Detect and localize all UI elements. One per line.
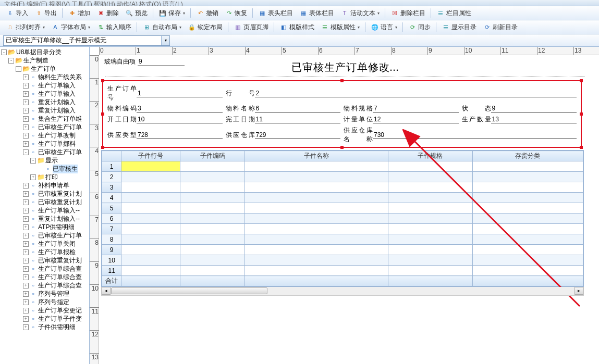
scroll-thumb[interactable] bbox=[111, 287, 267, 294]
header-field[interactable]: 生产数量13 bbox=[462, 115, 577, 124]
tree-item[interactable]: +▫已审核生产订单 bbox=[0, 123, 89, 131]
export-button[interactable]: ⇧导出 bbox=[32, 8, 59, 19]
grid-cell[interactable] bbox=[472, 266, 583, 276]
header-field[interactable]: 供应仓库729 bbox=[226, 126, 341, 144]
body-grid[interactable]: 子件行号子件编码子件名称子件规格存货分类1234567891011合计 bbox=[101, 150, 584, 287]
language-button[interactable]: 🌐语言▾ bbox=[368, 22, 400, 33]
tree-item[interactable]: +▫生产订单子件变 bbox=[0, 315, 89, 323]
tree-item[interactable]: +▫生产订单挪料 bbox=[0, 140, 89, 148]
tree-item[interactable]: +▫生产订单输入 bbox=[0, 81, 89, 90]
field-value[interactable]: 11 bbox=[255, 116, 341, 123]
grid-cell[interactable] bbox=[121, 214, 180, 224]
template-combo-input[interactable] bbox=[4, 37, 161, 44]
field-value[interactable]: 2 bbox=[255, 90, 577, 97]
tree-item[interactable]: +▫序列号管理 bbox=[0, 290, 89, 298]
grid-cell[interactable] bbox=[388, 193, 472, 203]
tree-item[interactable]: +▫生产订单综合查 bbox=[0, 281, 89, 290]
grid-cell[interactable] bbox=[121, 203, 180, 214]
grid-cell[interactable] bbox=[245, 255, 388, 266]
field-value[interactable]: 12 bbox=[373, 116, 459, 123]
header-field[interactable]: 状态9 bbox=[462, 104, 577, 113]
active-text-button[interactable]: T活动文本▾ bbox=[338, 8, 382, 19]
grid-cell[interactable] bbox=[388, 172, 472, 182]
grid-cell[interactable] bbox=[388, 161, 472, 172]
grid-cell[interactable] bbox=[245, 193, 388, 203]
template-combo[interactable]: ▾ bbox=[3, 35, 170, 46]
refresh-catalog-button[interactable]: ⟳刷新目录 bbox=[480, 22, 520, 33]
row-header[interactable]: 7 bbox=[102, 224, 121, 234]
row-header[interactable]: 2 bbox=[102, 172, 121, 182]
tree-item[interactable]: +▫生产订单输入-- bbox=[0, 206, 89, 215]
grid-cell[interactable] bbox=[388, 224, 472, 234]
col-header[interactable]: 存货分类 bbox=[472, 151, 583, 161]
row-header[interactable]: 10 bbox=[102, 255, 121, 266]
grid-cell[interactable] bbox=[180, 224, 245, 234]
field-value[interactable]: 728 bbox=[137, 131, 223, 139]
auto-layout-button[interactable]: ⊞自动布局▾ bbox=[140, 22, 184, 33]
menu-bar[interactable]: 文件(F) 编辑(E) 视图(V) 工具(T) 帮助(H) 动作(A) 格式(O… bbox=[0, 0, 599, 6]
preview-button[interactable]: 🔍预览 bbox=[123, 8, 150, 19]
grid-cell[interactable] bbox=[388, 203, 472, 214]
field-value[interactable]: 3 bbox=[137, 105, 223, 112]
grid-cell[interactable] bbox=[121, 172, 180, 182]
tree-item[interactable]: +▫物料生产线关系 bbox=[0, 73, 89, 81]
header-field[interactable]: 物料规格7 bbox=[344, 104, 459, 113]
grid-cell[interactable] bbox=[245, 172, 388, 182]
col-header[interactable]: 子件规格 bbox=[388, 151, 472, 161]
page-hf-button[interactable]: ▥页眉页脚 bbox=[231, 22, 271, 33]
tree-item[interactable]: -📂生产制造 bbox=[0, 56, 89, 65]
catalog-tree[interactable]: -📂U8单据目录分类-📂生产制造-📂生产订单+▫物料生产线关系+▫生产订单输入+… bbox=[0, 47, 89, 332]
tree-item[interactable]: +▫补料申请单 bbox=[0, 181, 89, 190]
body-cols-button[interactable]: ▦表体栏目 bbox=[297, 8, 337, 19]
col-header[interactable]: 子件名称 bbox=[245, 151, 388, 161]
font-layout-button[interactable]: A字体布局▾ bbox=[48, 22, 93, 33]
tree-item[interactable]: +▫生产订单综合查 bbox=[0, 273, 89, 281]
grid-cell[interactable] bbox=[472, 161, 583, 172]
tree-item[interactable]: +▫子件供需明细 bbox=[0, 323, 89, 331]
header-fields-selection[interactable]: 生产订单号1行号2物料编码3物料名称6物料规格7状态9开工日期10完工日期11计… bbox=[102, 80, 582, 148]
field-value[interactable]: 7 bbox=[373, 105, 459, 112]
tree-item[interactable]: +▫重复计划输入 bbox=[0, 106, 89, 115]
header-field[interactable]: 物料名称6 bbox=[226, 104, 341, 113]
input-order-button[interactable]: ⇅输入顺序 bbox=[94, 22, 134, 33]
field-value[interactable]: 730 bbox=[373, 131, 577, 139]
grid-cell[interactable] bbox=[388, 266, 472, 276]
row-header[interactable]: 4 bbox=[102, 193, 121, 203]
header-field[interactable]: 生产订单号1 bbox=[107, 84, 223, 102]
grid-cell[interactable] bbox=[472, 182, 583, 193]
header-field[interactable]: 供应仓库名称730 bbox=[344, 126, 577, 144]
grid-cell[interactable] bbox=[180, 214, 245, 224]
import-button[interactable]: ⇩导入 bbox=[3, 8, 31, 19]
grid-cell[interactable] bbox=[245, 266, 388, 276]
align-arrange-button[interactable]: ⎍排列对齐▾ bbox=[3, 22, 47, 33]
row-header[interactable]: 3 bbox=[102, 182, 121, 193]
tree-item[interactable]: ▫已审核生 bbox=[0, 165, 89, 173]
field-value[interactable]: 6 bbox=[255, 105, 341, 112]
grid-cell[interactable] bbox=[388, 245, 472, 255]
row-header[interactable]: 9 bbox=[102, 245, 121, 255]
sync-button[interactable]: ⟳同步 bbox=[406, 22, 433, 33]
design-page[interactable]: 玻璃自由项 9 已审核生产订单修改... 生产订单号1行号2物料编码3物料名称6… bbox=[100, 56, 590, 296]
del-col-button[interactable]: ☒删除栏目 bbox=[388, 8, 428, 19]
show-catalog-button[interactable]: ☰显示目录 bbox=[439, 22, 479, 33]
tree-item[interactable]: -📁显示 bbox=[0, 156, 89, 165]
grid-cell[interactable] bbox=[180, 161, 245, 172]
grid-cell[interactable] bbox=[472, 193, 583, 203]
save-button[interactable]: 💾保存▾ bbox=[156, 8, 188, 19]
header-field[interactable]: 完工日期11 bbox=[226, 115, 341, 124]
free-field[interactable]: 玻璃自由项 9 bbox=[104, 57, 185, 66]
grid-cell[interactable] bbox=[472, 255, 583, 266]
grid-cell[interactable] bbox=[472, 172, 583, 182]
lock-layout-button[interactable]: 🔒锁定布局 bbox=[185, 22, 225, 33]
grid-cell[interactable] bbox=[121, 182, 180, 193]
grid-cell[interactable] bbox=[121, 161, 180, 172]
row-header[interactable]: 8 bbox=[102, 234, 121, 245]
grid-cell[interactable] bbox=[121, 245, 180, 255]
grid-cell[interactable] bbox=[245, 245, 388, 255]
header-field[interactable]: 行号2 bbox=[226, 84, 577, 102]
grid-cell[interactable] bbox=[121, 234, 180, 245]
grid-cell[interactable] bbox=[388, 214, 472, 224]
undo-button[interactable]: ↶撤销 bbox=[193, 8, 221, 19]
scroll-right-icon[interactable]: ▸ bbox=[574, 287, 583, 295]
grid-cell[interactable] bbox=[180, 245, 245, 255]
